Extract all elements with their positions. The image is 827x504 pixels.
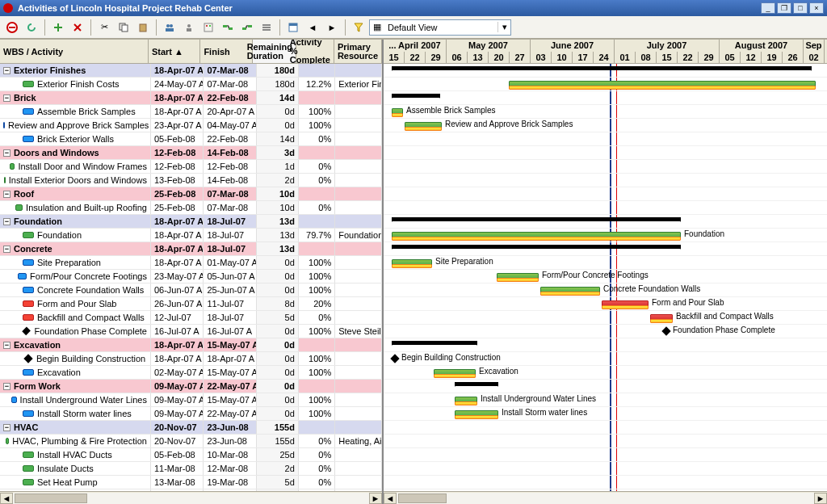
cell-pct[interactable]: 100% [299,325,335,338]
activity-row[interactable]: Exterior Finish Costs24-May-07 A07-Mar-0… [0,78,382,91]
week-header[interactable]: 15 [384,52,405,64]
cell-fin[interactable]: 07-Mar-08 [204,187,256,200]
cell-pct[interactable]: 79.7% [299,229,335,242]
cell-pct[interactable] [299,91,335,104]
summary-bar[interactable] [392,217,681,221]
cell-res[interactable] [335,215,382,228]
activity-bar[interactable] [405,127,442,131]
cell-res[interactable] [335,297,382,310]
cell-start[interactable]: 12-Jul-07 [151,311,204,324]
cell-dur[interactable]: 8d [257,297,299,310]
cell-res[interactable] [335,64,382,77]
refresh-button[interactable] [23,19,40,36]
cell-start[interactable]: 09-May-07 A [151,380,204,393]
cell-fin[interactable]: 10-Mar-08 [204,448,256,461]
activity-bar[interactable] [455,415,498,419]
week-header[interactable]: 19 [762,52,783,64]
successors-button[interactable] [238,19,256,36]
cell-start[interactable]: 25-Feb-08 [151,201,204,214]
col-activity[interactable]: WBS / Activity [0,40,149,63]
cell-dur[interactable]: 0d [257,338,299,351]
week-header[interactable]: 22 [678,52,699,64]
activity-row[interactable]: Concrete Foundation Walls06-Jun-07 A25-J… [0,284,382,297]
activity-row[interactable]: Install Exterior Doors and Windows13-Feb… [0,174,382,187]
cell-dur[interactable]: 0d [257,270,299,283]
month-header[interactable]: June 2007 [531,40,615,52]
cell-pct[interactable] [299,215,335,228]
cell-fin[interactable]: 07-Mar-08 [204,78,256,90]
cell-res[interactable] [335,132,382,145]
cell-fin[interactable]: 18-Jul-07 [204,311,256,324]
collapse-icon[interactable]: − [3,424,10,431]
cell-res[interactable] [335,256,382,269]
activity-row[interactable]: Brick Exterior Walls05-Feb-0822-Feb-0814… [0,132,382,146]
cell-dur[interactable]: 155d [257,435,299,447]
copy-button[interactable] [115,19,132,36]
resources-button[interactable] [161,19,178,36]
cell-start[interactable]: 16-Jul-07 A [151,325,204,338]
cell-dur[interactable]: 0d [257,352,299,365]
dropdown-icon[interactable]: ▾ [497,22,510,32]
month-header[interactable]: Sep [804,40,825,52]
restore-button[interactable]: ❐ [777,2,791,14]
cell-res[interactable] [335,270,382,283]
cell-fin[interactable]: 25-Jun-07 A [204,284,256,296]
cell-fin[interactable]: 12-Feb-08 [204,160,256,173]
stop-button[interactable] [3,19,21,36]
cell-res[interactable]: Exterior Fini [335,78,382,90]
cell-res[interactable] [335,284,382,296]
cell-fin[interactable]: 18-Jul-07 [204,229,256,242]
cell-fin[interactable]: 22-May-07 A [204,407,256,420]
cell-fin[interactable]: 12-Mar-08 [204,462,256,475]
cell-fin[interactable]: 22-Feb-08 [204,91,256,104]
cell-dur[interactable]: 0d [257,256,299,269]
cell-pct[interactable]: 0% [299,132,335,145]
activity-bar[interactable] [392,264,432,268]
cell-res[interactable] [335,105,382,118]
activity-row[interactable]: Review and Approve Brick Samples23-Apr-0… [0,119,382,132]
cell-dur[interactable]: 0d [257,119,299,132]
roles-button[interactable] [180,19,198,36]
cell-fin[interactable]: 15-May-07 A [204,393,256,406]
col-resource[interactable]: Primary Resource [334,40,382,63]
milestone-marker[interactable] [661,326,670,335]
prev-button[interactable]: ◄ [304,19,321,36]
cell-res[interactable] [335,352,382,365]
cell-dur[interactable]: 10d [257,187,299,200]
cell-dur[interactable]: 1d [257,160,299,173]
cell-start[interactable]: 12-Feb-08 [151,146,204,159]
cell-pct[interactable]: 100% [299,119,335,132]
month-header[interactable]: August 2007 [720,40,804,52]
cell-pct[interactable]: 0% [299,435,335,447]
cell-res[interactable] [335,160,382,173]
table-hscrollbar[interactable]: ◄► [0,491,382,504]
close-button[interactable]: × [809,2,824,14]
cell-fin[interactable]: 14-Feb-08 [204,174,256,187]
summary-bar[interactable] [392,341,477,345]
gantt-hscrollbar[interactable]: ◄► [384,491,827,504]
cell-dur[interactable]: 3d [257,146,299,159]
collapse-icon[interactable]: − [3,191,10,198]
activity-bar[interactable] [434,374,476,378]
cell-dur[interactable]: 0d [257,393,299,406]
cell-fin[interactable]: 19-Mar-08 [204,476,256,489]
cell-start[interactable]: 26-Jun-07 A [151,297,204,310]
cell-pct[interactable]: 100% [299,256,335,269]
cell-res[interactable] [335,448,382,461]
week-header[interactable]: 01 [615,52,636,64]
cell-dur[interactable]: 5d [257,476,299,489]
cell-res[interactable]: Heating, Air [335,435,382,447]
cell-fin[interactable]: 15-May-07 A [204,338,256,351]
activity-row[interactable]: Set Heat Pump13-Mar-0819-Mar-085d0% [0,476,382,489]
cell-start[interactable]: 18-Apr-07 A [151,256,204,269]
filter-button[interactable] [350,19,367,36]
cell-start[interactable]: 13-Mar-08 [151,476,204,489]
timeline-header[interactable]: ... April 2007May 2007June 2007July 2007… [384,40,827,64]
cell-dur[interactable]: 5d [257,311,299,324]
cell-pct[interactable] [299,421,335,434]
week-header[interactable]: 17 [573,52,594,64]
activity-row[interactable]: Install HVAC Ducts05-Feb-0810-Mar-0825d0… [0,448,382,462]
week-header[interactable]: 22 [405,52,426,64]
cell-res[interactable]: Steve Steil [335,325,382,338]
cell-fin[interactable]: 07-Mar-08 [204,201,256,214]
